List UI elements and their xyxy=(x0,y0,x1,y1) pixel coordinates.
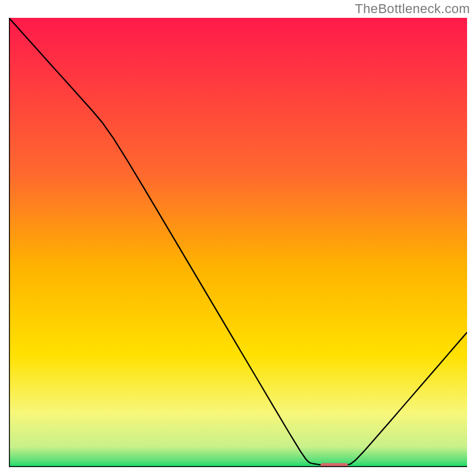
gradient-background xyxy=(9,18,467,467)
chart-svg xyxy=(9,18,467,467)
plot-area xyxy=(9,18,467,467)
watermark-text: TheBottleneck.com xyxy=(355,1,470,17)
chart-container: TheBottleneck.com xyxy=(0,0,476,476)
